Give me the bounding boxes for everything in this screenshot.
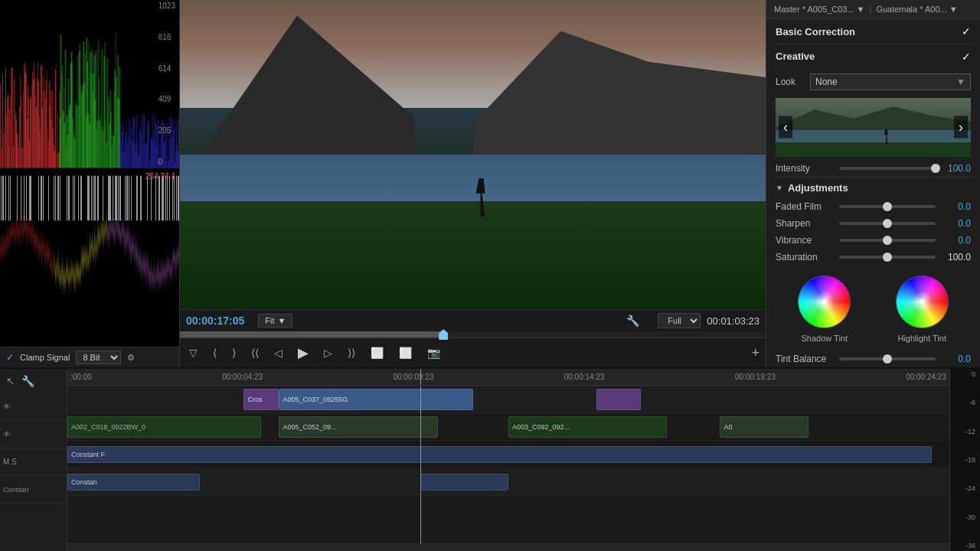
vibrance-slider-row: Vibrance 0.0 — [766, 232, 980, 249]
timeline-scrollbar[interactable] — [67, 543, 949, 551]
timeline-track-headers: ↖ 🔧 👁 👁 M S Constan — [0, 369, 67, 551]
transport-controls: ▽ ⟨ ⟩ ⟨⟨ ◁ ▶ ▷ ⟩⟩ ⬜ ⬜ 📷 + — [180, 337, 766, 367]
overwrite-button[interactable]: ⬜ — [396, 345, 415, 360]
track-a2-label: Constan — [0, 476, 67, 504]
add-track-button[interactable]: + — [751, 345, 760, 361]
panel-header: Master * A005_C03... ▼ | Guatemala * A00… — [766, 0, 980, 19]
video-viewport — [180, 0, 766, 309]
sharpen-value: 0.0 — [942, 218, 971, 229]
faded-film-slider[interactable] — [839, 205, 936, 208]
timeline-scrubber[interactable] — [180, 331, 766, 337]
faded-film-label: Faded Film — [776, 201, 833, 212]
rgb-parade-scope: 1023 818 614 409 205 0 — [0, 0, 179, 168]
camera-button[interactable]: 📷 — [424, 345, 443, 360]
vibrance-label: Vibrance — [776, 235, 833, 246]
adjustments-section[interactable]: ▼ Adjustments — [766, 178, 980, 198]
saturation-slider[interactable] — [839, 256, 936, 259]
go-to-out-button[interactable]: ⟩⟩ — [345, 345, 358, 360]
creative-section[interactable]: Creative ✓ — [766, 44, 980, 69]
shadow-tint-wheel[interactable]: Shadow Tint — [795, 273, 853, 343]
audio-clip2[interactable]: Constan — [67, 474, 200, 491]
clip-a002[interactable]: A002_C018_0922BW_0 — [67, 416, 261, 438]
timecode-bar: 00:00:17:05 Fit ▼ 🔧 Full 1/2 1/4 00:01:0… — [180, 309, 766, 331]
in-point-button[interactable]: ⟨ — [210, 345, 220, 360]
look-next-button[interactable]: › — [954, 116, 968, 139]
waveform-values: 254 74 1 — [145, 172, 175, 181]
video-preview-panel: 00:00:17:05 Fit ▼ 🔧 Full 1/2 1/4 00:01:0… — [180, 0, 766, 367]
bit-depth-select[interactable]: 8 Bit 16 Bit — [76, 350, 121, 364]
basic-correction-check[interactable]: ✓ — [962, 25, 971, 37]
track-labels: 👁 👁 M S Constan — [0, 393, 67, 551]
v1-visibility-icon[interactable]: 👁 — [3, 430, 11, 439]
clip-a0-right[interactable]: A0 — [720, 416, 808, 438]
look-preview: ‹ › — [776, 98, 971, 158]
clip-a005-52[interactable]: A005_C052_09... — [279, 416, 437, 438]
collapse-icon: ▼ — [776, 184, 783, 192]
look-select[interactable]: None ▼ — [810, 73, 971, 90]
audio-meter: 0 -6 -12 -18 -24 -30 -36 — [949, 369, 980, 551]
tint-balance-label: Tint Balance — [776, 354, 833, 364]
insert-button[interactable]: ⬜ — [368, 345, 387, 360]
step-forward-button[interactable]: ▷ — [321, 345, 335, 360]
look-prev-button[interactable]: ‹ — [779, 116, 792, 139]
track-row-v1: A002_C018_0922BW_0 A005_C052_09... A003_… — [67, 413, 949, 441]
highlight-tint-wheel[interactable]: Highlight Tint — [893, 273, 951, 343]
track-ms-label: M S — [3, 458, 17, 466]
vibrance-slider[interactable] — [839, 239, 936, 242]
shadow-tint-label: Shadow Tint — [801, 334, 848, 343]
v2-visibility-icon[interactable]: 👁 — [3, 403, 11, 411]
intensity-slider-row: Intensity 100.0 — [766, 160, 980, 177]
basic-correction-section[interactable]: Basic Correction ✓ — [766, 19, 980, 44]
intensity-label: Intensity — [776, 163, 833, 174]
audio-clip3[interactable] — [420, 474, 508, 491]
master-clip-dropdown[interactable]: Master * A005_C03... ▼ — [774, 5, 865, 14]
markers-button[interactable]: ▽ — [186, 345, 201, 360]
scope-rgb-labels: 1023 818 614 409 205 0 — [158, 0, 175, 168]
tint-balance-slider-row: Tint Balance 0.0 — [766, 350, 980, 367]
go-to-in-button[interactable]: ⟨⟨ — [248, 345, 262, 360]
saturation-slider-row: Saturation 100.0 — [766, 249, 980, 266]
timeline-tracks[interactable]: Cros A005_C037_09255G A002_C018_0922BW_0… — [67, 386, 949, 543]
tint-balance-value: 0.0 — [942, 354, 971, 364]
saturation-value: 100.0 — [942, 252, 971, 262]
look-row: Look None ▼ — [766, 69, 980, 95]
timeline-ruler[interactable]: :00:00 00:00:04:23 00:00:09:23 00:00:14:… — [67, 369, 949, 386]
clip-a005[interactable]: A005_C037_09255G — [279, 389, 472, 410]
scope-dropdown[interactable]: Guatemala * A00... ▼ — [876, 5, 957, 14]
meter-labels: 0 -6 -12 -18 -24 -30 -36 — [952, 370, 978, 549]
step-back-button[interactable]: ◁ — [271, 345, 286, 360]
track-row-a2: Constan — [67, 468, 949, 496]
timeline-main: :00:00 00:00:04:23 00:00:09:23 00:00:14:… — [67, 369, 949, 551]
lumetri-color-panel: Master * A005_C03... ▼ | Guatemala * A00… — [766, 0, 980, 367]
current-timecode[interactable]: 00:00:17:05 — [186, 315, 244, 327]
faded-film-value: 0.0 — [942, 201, 971, 212]
track-row-v2: Cros A005_C037_09255G — [67, 386, 949, 413]
creative-check[interactable]: ✓ — [962, 51, 971, 63]
out-point-button[interactable]: ⟩ — [229, 345, 239, 360]
audio-clip[interactable]: Constant F — [67, 446, 932, 463]
fit-button[interactable]: Fit ▼ — [258, 314, 292, 328]
track-a1-label: M S — [0, 448, 67, 476]
settings-icon[interactable]: ⚙ — [127, 353, 135, 363]
intensity-slider[interactable] — [839, 167, 936, 170]
quality-select[interactable]: Full 1/2 1/4 — [658, 313, 701, 328]
timeline-panel: ↖ 🔧 👁 👁 M S Constan :00:00 00:00:04:23 0… — [0, 367, 980, 551]
clip-cross-dissolve[interactable]: Cros — [243, 389, 279, 410]
clip-a003-92[interactable]: A003_C092_092... — [508, 416, 667, 438]
tint-balance-slider[interactable] — [839, 357, 936, 360]
intensity-value: 100.0 — [942, 163, 971, 174]
look-dropdown-arrow-icon: ▼ — [956, 77, 965, 87]
sharpen-slider[interactable] — [839, 222, 936, 225]
wrench-tool[interactable]: 🔧 — [20, 373, 36, 389]
sharpen-slider-row: Sharpen 0.0 — [766, 215, 980, 232]
play-button[interactable]: ▶ — [295, 343, 312, 363]
color-wheels-row: Shadow Tint Highlight Tint — [766, 266, 980, 350]
look-label: Look — [776, 77, 802, 87]
track-v2-label: 👁 — [0, 393, 67, 421]
faded-film-slider-row: Faded Film 0.0 — [766, 198, 980, 215]
pointer-tool[interactable]: ↖ — [5, 373, 17, 389]
clamp-signal-label: Clamp Signal — [20, 353, 70, 362]
settings-icon[interactable]: 🔧 — [626, 315, 639, 327]
scope-controls: ✓ Clamp Signal 8 Bit 16 Bit ⚙ — [0, 347, 179, 367]
clip-overlay[interactable] — [596, 389, 641, 410]
